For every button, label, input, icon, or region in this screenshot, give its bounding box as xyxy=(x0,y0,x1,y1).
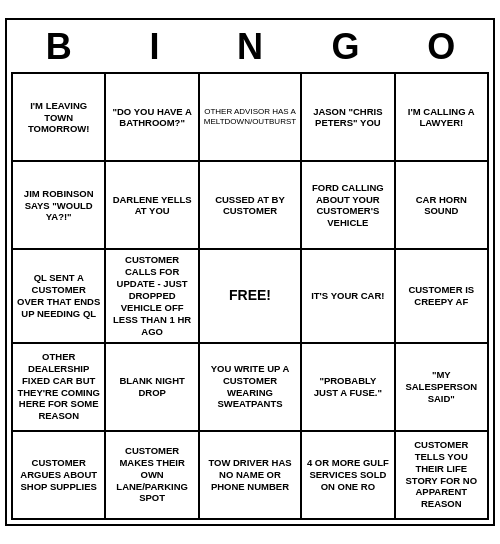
cell-text: I'M LEAVING TOWN TOMORROW! xyxy=(17,100,100,136)
cell-text: TOW DRIVER HAS NO NAME OR PHONE NUMBER xyxy=(204,457,296,493)
cell-r4c5[interactable]: "MY SALESPERSON SAID" xyxy=(395,343,488,431)
bingo-header: B I N G O xyxy=(11,24,489,72)
cell-text: FORD CALLING ABOUT YOUR CUSTOMER'S VEHIC… xyxy=(306,182,389,230)
bingo-grid: I'M LEAVING TOWN TOMORROW! "DO YOU HAVE … xyxy=(11,72,489,519)
cell-r3c3-free[interactable]: Free! xyxy=(199,249,301,342)
cell-r1c2[interactable]: "DO YOU HAVE A BATHROOM?" xyxy=(105,73,198,161)
cell-r4c4[interactable]: "PROBABLY JUST A FUSE." xyxy=(301,343,394,431)
cell-r3c5[interactable]: CUSTOMER IS CREEPY AF xyxy=(395,249,488,342)
cell-r5c3[interactable]: TOW DRIVER HAS NO NAME OR PHONE NUMBER xyxy=(199,431,301,519)
cell-r2c3[interactable]: CUSSED AT BY CUSTOMER xyxy=(199,161,301,249)
cell-text: 4 OR MORE GULF SERVICES SOLD ON ONE RO xyxy=(306,457,389,493)
cell-text: JASON "CHRIS PETERS" YOU xyxy=(306,106,389,130)
cell-text: CUSTOMER CALLS FOR UPDATE - JUST DROPPED… xyxy=(110,254,193,337)
cell-r4c3[interactable]: YOU WRITE UP A CUSTOMER WEARING SWEATPAN… xyxy=(199,343,301,431)
header-letter-o: O xyxy=(397,26,485,68)
cell-r3c2[interactable]: CUSTOMER CALLS FOR UPDATE - JUST DROPPED… xyxy=(105,249,198,342)
header-letter-g: G xyxy=(302,26,390,68)
cell-r1c4[interactable]: JASON "CHRIS PETERS" YOU xyxy=(301,73,394,161)
cell-r2c1[interactable]: JIM ROBINSON SAYS "WOULD YA?!" xyxy=(12,161,105,249)
cell-text: "DO YOU HAVE A BATHROOM?" xyxy=(110,106,193,130)
cell-r5c4[interactable]: 4 OR MORE GULF SERVICES SOLD ON ONE RO xyxy=(301,431,394,519)
cell-r4c2[interactable]: BLANK NIGHT DROP xyxy=(105,343,198,431)
cell-text: QL SENT A CUSTOMER OVER THAT ENDS UP NEE… xyxy=(17,272,100,320)
cell-text: CUSTOMER MAKES THEIR OWN LANE/PARKING SP… xyxy=(110,445,193,504)
header-letter-i: I xyxy=(110,26,198,68)
cell-text: YOU WRITE UP A CUSTOMER WEARING SWEATPAN… xyxy=(204,363,296,411)
cell-text: "MY SALESPERSON SAID" xyxy=(400,369,483,405)
cell-text: CUSSED AT BY CUSTOMER xyxy=(204,194,296,218)
cell-text: CAR HORN SOUND xyxy=(400,194,483,218)
cell-r5c2[interactable]: CUSTOMER MAKES THEIR OWN LANE/PARKING SP… xyxy=(105,431,198,519)
cell-text: BLANK NIGHT DROP xyxy=(110,375,193,399)
free-space-label: Free! xyxy=(229,287,271,305)
header-letter-b: B xyxy=(15,26,103,68)
cell-text: "PROBABLY JUST A FUSE." xyxy=(306,375,389,399)
cell-r5c5[interactable]: CUSTOMER TELLS YOU THEIR LIFE STORY FOR … xyxy=(395,431,488,519)
cell-text: CUSTOMER TELLS YOU THEIR LIFE STORY FOR … xyxy=(400,439,483,510)
cell-text: DARLENE YELLS AT YOU xyxy=(110,194,193,218)
cell-r3c4[interactable]: IT'S YOUR CAR! xyxy=(301,249,394,342)
cell-r2c2[interactable]: DARLENE YELLS AT YOU xyxy=(105,161,198,249)
cell-text: CUSTOMER ARGUES ABOUT SHOP SUPPLIES xyxy=(17,457,100,493)
bingo-card: B I N G O I'M LEAVING TOWN TOMORROW! "DO… xyxy=(5,18,495,525)
cell-r1c5[interactable]: I'M CALLING A LAWYER! xyxy=(395,73,488,161)
cell-text: I'M CALLING A LAWYER! xyxy=(400,106,483,130)
cell-text: JIM ROBINSON SAYS "WOULD YA?!" xyxy=(17,188,100,224)
cell-r2c4[interactable]: FORD CALLING ABOUT YOUR CUSTOMER'S VEHIC… xyxy=(301,161,394,249)
cell-text: CUSTOMER IS CREEPY AF xyxy=(400,284,483,308)
header-letter-n: N xyxy=(206,26,294,68)
cell-text: OTHER ADVISOR HAS A MELTDOWN/OUTBURST xyxy=(204,107,296,127)
cell-r1c1[interactable]: I'M LEAVING TOWN TOMORROW! xyxy=(12,73,105,161)
cell-r2c5[interactable]: CAR HORN SOUND xyxy=(395,161,488,249)
cell-r5c1[interactable]: CUSTOMER ARGUES ABOUT SHOP SUPPLIES xyxy=(12,431,105,519)
cell-text: OTHER DEALERSHIP FIXED CAR BUT THEY'RE C… xyxy=(17,351,100,422)
cell-text: IT'S YOUR CAR! xyxy=(311,290,384,302)
cell-r1c3[interactable]: OTHER ADVISOR HAS A MELTDOWN/OUTBURST xyxy=(199,73,301,161)
cell-r4c1[interactable]: OTHER DEALERSHIP FIXED CAR BUT THEY'RE C… xyxy=(12,343,105,431)
cell-r3c1[interactable]: QL SENT A CUSTOMER OVER THAT ENDS UP NEE… xyxy=(12,249,105,342)
